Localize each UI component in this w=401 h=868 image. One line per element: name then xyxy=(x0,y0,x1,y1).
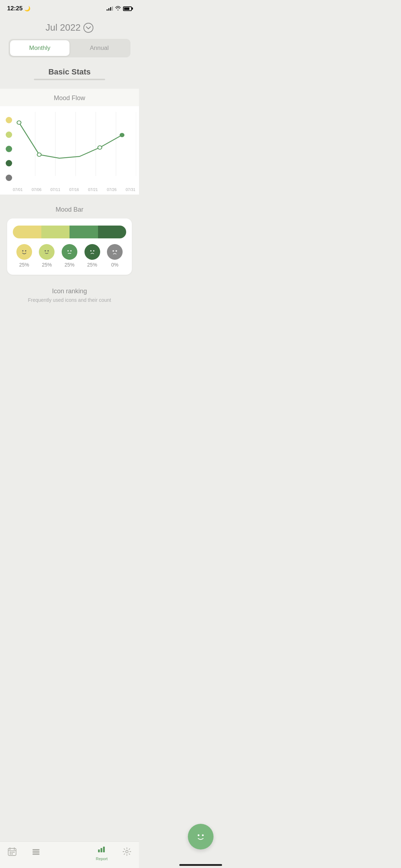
mood-emojis: 25% 25% xyxy=(13,244,126,268)
mood-item-1: 25% xyxy=(16,244,32,268)
monthly-tab[interactable]: Monthly xyxy=(10,40,70,56)
mood-flow-chart xyxy=(0,106,139,186)
bar-segment-3 xyxy=(70,226,98,238)
mood-flow-section: Mood Flow xyxy=(0,89,139,195)
annual-tab[interactable]: Annual xyxy=(70,40,129,56)
svg-point-22 xyxy=(93,250,94,252)
x-label-3: 07/11 xyxy=(50,187,60,192)
svg-point-7 xyxy=(37,153,41,156)
month-title: Jul 2022 xyxy=(46,22,81,33)
svg-point-15 xyxy=(48,250,49,252)
svg-point-8 xyxy=(98,146,102,149)
emoji-pct-3: 25% xyxy=(65,262,74,268)
status-bar: 12:25 🌙 xyxy=(0,0,139,15)
ranking-title: Icon ranking xyxy=(7,288,132,295)
bar-segment-2 xyxy=(41,226,70,238)
mood-dot-3 xyxy=(6,146,12,152)
signal-icon xyxy=(107,6,113,11)
view-toggle: Monthly Annual xyxy=(9,39,130,57)
mood-item-2: 25% xyxy=(39,244,55,268)
svg-point-6 xyxy=(17,121,21,124)
month-selector[interactable] xyxy=(83,23,93,33)
emoji-pct-5: 0% xyxy=(111,262,118,268)
emoji-face-4 xyxy=(84,244,100,260)
svg-point-12 xyxy=(25,250,26,252)
icon-ranking-section: Icon ranking Frequently used icons and t… xyxy=(0,282,139,339)
x-label-6: 07/26 xyxy=(107,187,117,192)
mood-dot-1 xyxy=(6,117,12,123)
svg-point-17 xyxy=(67,250,69,252)
svg-point-16 xyxy=(65,247,74,257)
svg-point-10 xyxy=(20,247,29,257)
section-title: Basic Stats xyxy=(0,64,139,79)
ranking-subtitle: Frequently used icons and their count xyxy=(7,297,132,303)
x-label-1: 07/01 xyxy=(13,187,23,192)
mood-item-4: 25% xyxy=(84,244,100,268)
mood-flow-label: Mood Flow xyxy=(0,94,139,102)
svg-point-18 xyxy=(70,250,72,252)
x-label-4: 07/16 xyxy=(69,187,79,192)
emoji-face-2 xyxy=(39,244,55,260)
bar-segment-4 xyxy=(98,226,127,238)
emoji-face-5 xyxy=(107,244,123,260)
svg-point-23 xyxy=(110,247,119,257)
emoji-face-3 xyxy=(62,244,77,260)
svg-point-11 xyxy=(22,250,24,252)
line-chart xyxy=(15,112,136,183)
bar-segment-1 xyxy=(13,226,41,238)
svg-point-13 xyxy=(42,247,51,257)
mood-legend xyxy=(3,112,15,183)
mood-dot-5 xyxy=(6,175,12,181)
x-label-2: 07/06 xyxy=(32,187,42,192)
x-axis: 07/01 07/06 07/11 07/16 07/21 07/26 07/3… xyxy=(0,186,139,195)
emoji-face-1 xyxy=(16,244,32,260)
svg-point-20 xyxy=(88,247,97,257)
mood-dot-2 xyxy=(6,131,12,138)
status-icons xyxy=(107,6,132,11)
section-divider xyxy=(34,79,105,80)
header: Jul 2022 xyxy=(0,15,139,39)
moon-icon: 🌙 xyxy=(24,6,30,11)
mood-bar-gradient xyxy=(13,226,126,238)
wifi-icon xyxy=(115,6,121,11)
mood-bar-card: 25% 25% xyxy=(7,218,132,275)
emoji-pct-1: 25% xyxy=(19,262,29,268)
mood-item-3: 25% xyxy=(62,244,77,268)
mood-item-5: 0% xyxy=(107,244,123,268)
svg-point-9 xyxy=(120,133,124,137)
svg-point-21 xyxy=(90,250,92,252)
battery-icon xyxy=(123,6,132,11)
mood-dot-4 xyxy=(6,160,12,166)
status-time: 12:25 xyxy=(7,5,22,12)
emoji-pct-4: 25% xyxy=(87,262,97,268)
x-label-7: 07/31 xyxy=(125,187,135,192)
mood-bar-title: Mood Bar xyxy=(7,206,132,213)
x-label-5: 07/21 xyxy=(88,187,98,192)
mood-bar-section: Mood Bar 25% xyxy=(0,200,139,282)
svg-point-14 xyxy=(45,250,46,252)
emoji-pct-2: 25% xyxy=(42,262,52,268)
